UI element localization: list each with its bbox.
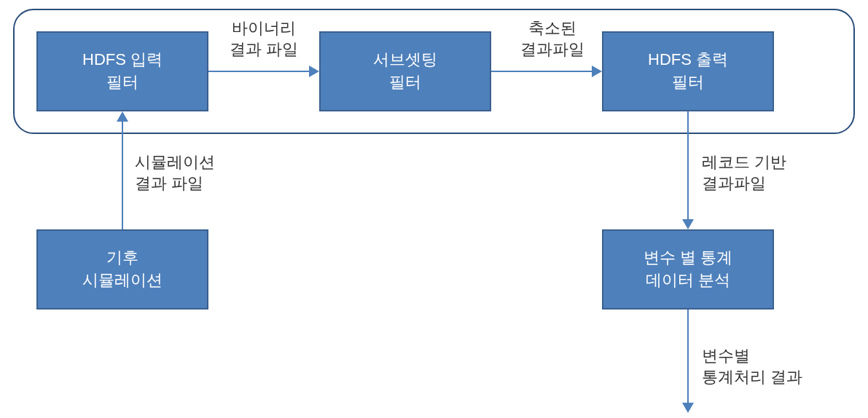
arrow-line <box>687 309 689 403</box>
box-text: HDFS 출력 <box>648 49 728 71</box>
box-text: 필터 <box>389 71 421 94</box>
box-text: HDFS 입력 <box>82 49 163 71</box>
box-text: 시뮬레이션 <box>82 269 163 292</box>
box-text: 데이터 분석 <box>646 269 730 292</box>
label-text: 축소된 <box>509 18 596 39</box>
box-text: 서브셋팅 <box>373 49 437 71</box>
label-text: 결과 파일 <box>216 39 311 60</box>
arrow-head-icon <box>309 66 319 77</box>
label-text: 결과파일 <box>702 173 818 194</box>
arrow-line <box>491 71 592 72</box>
stat-result-label: 변수별 통계처리 결과 <box>702 346 833 387</box>
label-text: 레코드 기반 <box>702 152 818 173</box>
stat-analysis-box: 변수 별 통계 데이터 분석 <box>602 229 774 309</box>
record-result-label: 레코드 기반 결과파일 <box>702 152 818 194</box>
label-text: 통계처리 결과 <box>702 367 833 388</box>
reduced-result-label: 축소된 결과파일 <box>509 18 596 60</box>
hdfs-input-filter-box: HDFS 입력 필터 <box>36 31 208 111</box>
box-text: 필터 <box>106 71 138 94</box>
hdfs-output-filter-box: HDFS 출력 필터 <box>602 31 774 111</box>
label-text: 변수별 <box>702 346 833 367</box>
arrow-line <box>687 111 689 219</box>
label-text: 시뮬레이션 <box>135 152 237 173</box>
label-text: 결과파일 <box>509 39 596 60</box>
binary-result-label: 바이너리 결과 파일 <box>216 18 311 60</box>
label-text: 결과 파일 <box>135 173 237 194</box>
arrow-head-icon <box>592 66 602 77</box>
arrow-head-icon <box>682 219 694 229</box>
label-text: 바이너리 <box>216 18 311 39</box>
box-text: 필터 <box>672 71 704 94</box>
climate-simulation-box: 기후 시뮬레이션 <box>36 229 208 309</box>
subsetting-filter-box: 서브셋팅 필터 <box>319 31 491 111</box>
arrow-head-icon <box>117 111 128 122</box>
box-text: 변수 별 통계 <box>644 247 732 269</box>
box-text: 기후 <box>106 247 138 269</box>
arrow-line <box>208 71 309 72</box>
arrow-line <box>122 122 123 229</box>
sim-result-label: 시뮬레이션 결과 파일 <box>135 152 237 194</box>
arrow-head-icon <box>682 403 694 413</box>
